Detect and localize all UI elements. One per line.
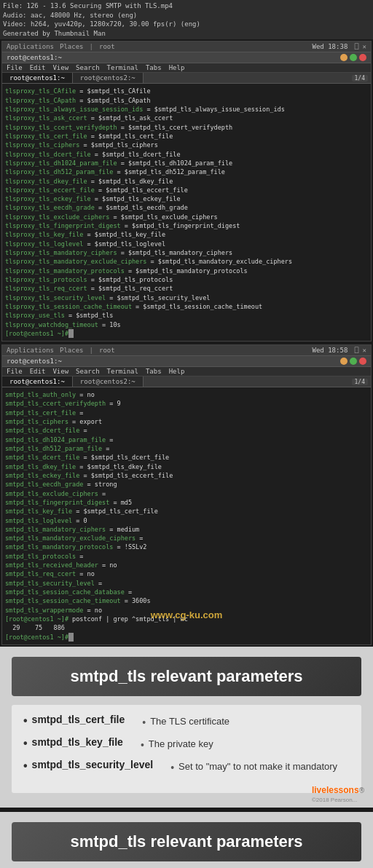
time-display-1: Wed 18:38 ⎕ ✕ (313, 43, 366, 50)
livelessons-logo-1: livelessons (312, 785, 359, 795)
bullet-security-level-1: smtpd_tls_security_level Set to "may" to… (23, 759, 350, 776)
terminal-titlebar-2: Applications Places | root Wed 18:58 ⎕ ✕ (2, 345, 371, 356)
terminal-body-1: tlsproxy_tls_CAfile = $smtpd_tls_CAfile … (2, 84, 371, 341)
copyright-1: ©2018 Pearson... (312, 797, 357, 803)
slide-section-2: smtpd_tls relevant parameters smtpd_tls_… (0, 812, 373, 868)
maximize-btn[interactable] (350, 54, 357, 61)
bullet-cert-file-1: smtpd_tls_cert_file The TLS certificate (23, 714, 350, 730)
time-display-2: Wed 18:58 ⎕ ✕ (313, 347, 366, 354)
sub-bullet-security-desc-1: Set to "may" to not make it mandatory (170, 761, 337, 774)
bullet-list-1: smtpd_tls_cert_file The TLS certificate … (23, 714, 350, 776)
watermark: www.cg-ku.com (151, 609, 222, 623)
slide-content-1: smtpd_tls_cert_file The TLS certificate … (12, 705, 361, 794)
sub-bullet-private-key-1: The private key (141, 738, 213, 751)
terminal-window-1: Applications Places | root Wed 18:38 ⎕ ✕… (1, 41, 372, 342)
tab-centos2[interactable]: root@centos2:~ (73, 73, 144, 83)
window-titlebar-1: root@centos1:~ (2, 52, 371, 63)
minimize-btn[interactable] (340, 54, 348, 61)
slide-section-1: smtpd_tls relevant parameters smtpd_tls_… (0, 647, 373, 808)
slide-title-2: smtpd_tls relevant parameters (12, 822, 361, 861)
terminal-tabs-2: root@centos1:~ root@centos2:~ 1/4 (2, 376, 371, 387)
slide-footer-1: livelessons® ©2018 Pearson... (312, 785, 364, 803)
minimize-btn-2[interactable] (340, 358, 348, 365)
sub-bullet-tls-cert-1: The TLS certificate (142, 716, 229, 729)
tab2-centos1[interactable]: root@centos1:~ (2, 376, 73, 387)
terminal-tabs-1: root@centos1:~ root@centos2:~ 1/4 (2, 73, 371, 84)
menu-bar-2: File Edit View Search Terminal Tabs Help (2, 367, 371, 376)
tab-centos1[interactable]: root@centos1:~ (2, 73, 73, 83)
terminal-window-2: Applications Places | root Wed 18:58 ⎕ ✕… (1, 344, 372, 645)
bullet-key-file-1: smtpd_tls_key_file The private key (23, 736, 350, 753)
window-titlebar-2: root@centos1:~ (2, 356, 371, 367)
maximize-btn-2[interactable] (350, 358, 357, 365)
slide-title-1: smtpd_tls relevant parameters (12, 657, 361, 696)
media-info-bar: File: 126 - 13.6 Securing SMTP with TLS.… (0, 0, 373, 39)
tab2-centos2[interactable]: root@centos2:~ (73, 376, 144, 387)
close-btn[interactable] (359, 54, 366, 61)
terminal-titlebar-1: Applications Places | root Wed 18:38 ⎕ ✕ (2, 42, 371, 52)
close-btn-2[interactable] (359, 358, 366, 365)
terminal-body-2: smtpd_tls_auth_only = no smtpd_tls_ccert… (2, 387, 371, 644)
menu-bar-1: File Edit View Search Terminal Tabs Help (2, 63, 371, 73)
